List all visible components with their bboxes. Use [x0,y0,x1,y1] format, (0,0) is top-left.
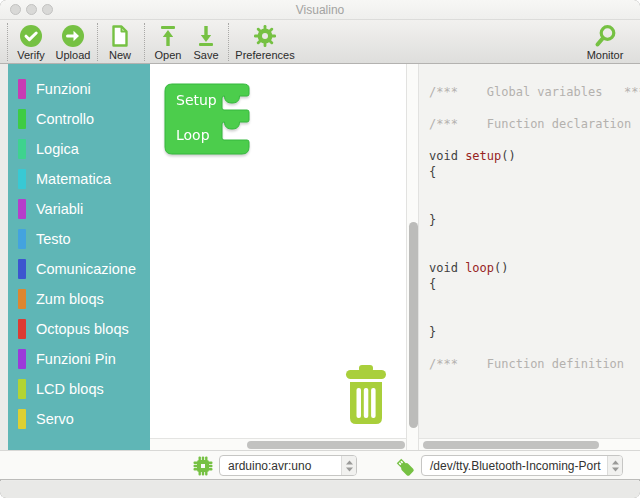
code-line: { [429,164,640,180]
block-category-sidebar: Funzioni Controllo Logica Matematica Var… [8,64,150,450]
category-label: Funzioni [36,81,91,97]
code-line: /*** Function definition [429,356,640,372]
block-canvas[interactable]: Setup Loop [150,64,406,450]
new-button[interactable]: New [100,23,140,61]
code-line [429,340,640,356]
toolbar-separator [97,23,98,61]
category-color-chip [18,169,26,189]
sidebar-category-item[interactable]: Testo [8,224,150,254]
code-line: void loop() [429,260,640,276]
left-margin [0,64,8,450]
sidebar-category-item[interactable]: Funzioni Pin [8,344,150,374]
upload-arrow-icon [52,23,94,48]
port-select-value: /dev/tty.Bluetooth-Incoming-Port [422,459,607,473]
category-label: Zum bloqs [36,291,104,307]
code-line: { [429,276,640,292]
toolbar-separator [144,23,145,61]
canvas-vscroll-thumb[interactable] [409,222,418,428]
code-line [429,196,640,212]
category-label: LCD bloqs [36,381,104,397]
code-line: /*** Global variables *** [429,84,640,100]
new-document-icon [100,23,140,48]
open-arrow-icon [148,23,188,48]
save-arrow-icon [187,23,225,48]
code-horizontal-scrollbar[interactable] [419,438,640,450]
visualino-window: Visualino Verify Upload [0,0,640,498]
microchip-icon [192,455,214,481]
block-setup-label: Setup [176,92,217,108]
category-label: Octopus bloqs [36,321,129,337]
category-color-chip [18,319,26,339]
verify-button[interactable]: Verify [10,23,52,61]
preferences-button[interactable]: Preferences [232,23,298,61]
category-label: Controllo [36,111,94,127]
sidebar-category-item[interactable]: LCD bloqs [8,374,150,404]
category-color-chip [18,379,26,399]
category-color-chip [18,229,26,249]
code-line [429,180,640,196]
code-line [429,244,640,260]
code-line: /*** Function declaration [429,116,640,132]
sidebar-category-item[interactable]: Logica [8,134,150,164]
title-bar: Visualino [0,0,640,20]
sidebar-category-item[interactable]: Controllo [8,104,150,134]
board-select-value: arduino:avr:uno [220,459,341,473]
code-line: } [429,212,640,228]
category-color-chip [18,79,26,99]
sidebar-category-item[interactable]: Octopus bloqs [8,314,150,344]
category-label: Comunicazione [36,261,136,277]
category-label: Matematica [36,171,111,187]
gear-icon [232,23,298,48]
sidebar-category-item[interactable]: Comunicazione [8,254,150,284]
open-button[interactable]: Open [148,23,188,61]
canvas-horizontal-scrollbar[interactable] [150,438,406,450]
sidebar-category-item[interactable]: Zum bloqs [8,284,150,314]
save-button[interactable]: Save [187,23,225,61]
category-color-chip [18,199,26,219]
category-color-chip [18,139,26,159]
code-hscroll-thumb[interactable] [423,441,599,449]
code-line [429,132,640,148]
bottom-margin [0,481,640,498]
toolbar: Verify Upload New [0,20,640,64]
code-panel: /*** Global variables *** /*** Function … [419,64,640,450]
category-label: Servo [36,411,74,427]
canvas-vertical-scrollbar[interactable] [406,64,419,450]
port-select[interactable]: /dev/tty.Bluetooth-Incoming-Port [421,455,623,476]
code-line [429,308,640,324]
category-color-chip [18,349,26,369]
sidebar-category-item[interactable]: Servo [8,404,150,434]
category-label: Testo [36,231,71,247]
sidebar-category-item[interactable]: Matematica [8,164,150,194]
code-line [429,100,640,116]
category-label: Logica [36,141,79,157]
category-color-chip [18,289,26,309]
upload-button[interactable]: Upload [52,23,94,61]
select-stepper-icon [607,456,622,475]
status-bar: arduino:avr:uno /dev/tty.Bluetooth-Incom… [0,450,640,480]
window-title: Visualino [0,3,640,17]
magnifier-icon [576,23,634,48]
code-line [429,292,640,308]
usb-plug-icon [393,455,417,483]
main-content: Funzioni Controllo Logica Matematica Var… [0,64,640,450]
monitor-button[interactable]: Monitor [576,23,634,61]
toolbar-separator [228,23,229,61]
sidebar-category-item[interactable]: Variabli [8,194,150,224]
code-lines: /*** Global variables *** /*** Function … [429,84,640,436]
canvas-hscroll-thumb[interactable] [247,441,405,449]
category-label: Variabli [36,201,83,217]
toolbar-separator [7,23,8,61]
category-color-chip [18,409,26,429]
code-line: void setup() [429,148,640,164]
sidebar-category-item[interactable]: Funzioni [8,74,150,104]
select-stepper-icon [341,456,356,475]
trash-icon[interactable] [344,365,388,425]
category-color-chip [18,259,26,279]
code-line [429,228,640,244]
category-label: Funzioni Pin [36,351,116,367]
verify-check-icon [10,23,52,48]
board-select[interactable]: arduino:avr:uno [219,455,357,476]
setup-loop-block[interactable]: Setup Loop [164,83,252,155]
category-color-chip [18,109,26,129]
